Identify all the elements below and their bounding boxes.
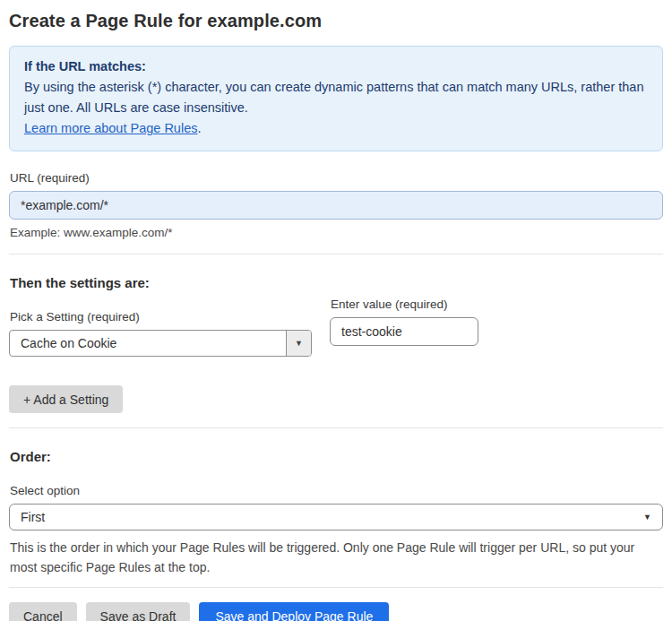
save-and-deploy-button[interactable]: Save and Deploy Page Rule xyxy=(199,602,389,621)
order-select-label: Select option xyxy=(10,484,663,497)
page-title: Create a Page Rule for example.com xyxy=(9,11,663,31)
setting-picker-column: Pick a Setting (required) Cache on Cooki… xyxy=(9,290,312,357)
info-box-body: By using the asterisk (*) character, you… xyxy=(24,77,648,118)
setting-value-column: Enter value (required) xyxy=(330,298,478,357)
link-period: . xyxy=(197,121,201,135)
setting-value-input[interactable] xyxy=(330,317,478,346)
order-help-text: This is the order in which your Page Rul… xyxy=(10,538,663,577)
url-example-hint: Example: www.example.com/* xyxy=(10,226,663,239)
divider xyxy=(9,254,663,254)
info-box-heading: If the URL matches: xyxy=(24,56,648,77)
add-setting-button[interactable]: + Add a Setting xyxy=(9,385,123,413)
setting-value-label: Enter value (required) xyxy=(331,298,478,311)
dropdown-arrow-icon: ▼ xyxy=(643,513,651,522)
settings-row: Pick a Setting (required) Cache on Cooki… xyxy=(9,290,663,357)
setting-picker-label: Pick a Setting (required) xyxy=(10,310,312,323)
setting-select-value: Cache on Cookie xyxy=(10,331,286,356)
order-select-value: First xyxy=(21,510,45,524)
url-input[interactable] xyxy=(9,191,663,220)
divider xyxy=(9,587,663,588)
url-match-info-box: If the URL matches: By using the asteris… xyxy=(9,46,663,151)
settings-section-heading: Then the settings are: xyxy=(10,275,663,290)
dropdown-arrow-icon[interactable]: ▼ xyxy=(286,331,311,356)
url-field-label: URL (required) xyxy=(10,171,663,185)
order-select[interactable]: First ▼ xyxy=(9,504,663,530)
cancel-button[interactable]: Cancel xyxy=(9,602,77,621)
divider xyxy=(9,427,663,428)
info-box-link-line: Learn more about Page Rules. xyxy=(24,118,648,139)
learn-more-link[interactable]: Learn more about Page Rules xyxy=(24,121,197,135)
setting-select[interactable]: Cache on Cookie ▼ xyxy=(9,330,312,357)
order-section-heading: Order: xyxy=(10,449,663,464)
save-as-draft-button[interactable]: Save as Draft xyxy=(86,602,191,621)
footer-actions: Cancel Save as Draft Save and Deploy Pag… xyxy=(9,602,663,621)
